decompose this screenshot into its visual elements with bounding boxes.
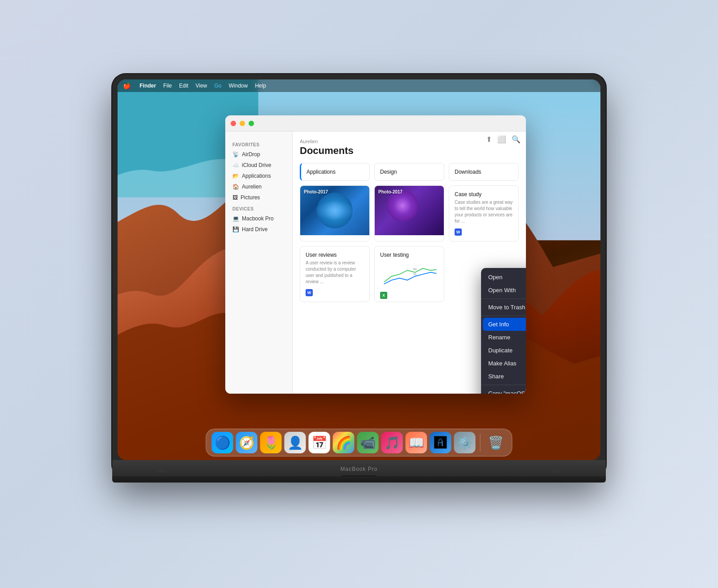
laptop-icon: 💻 [232, 215, 239, 222]
context-open[interactable]: Open [481, 271, 526, 284]
sidebar-item-applications[interactable]: 📂 Applications [225, 171, 292, 181]
menu-go[interactable]: Go [215, 83, 222, 89]
photo1-label: Photo-2017 [304, 189, 328, 194]
sidebar-item-icloud[interactable]: ☁️ iCloud Drive [225, 160, 292, 171]
user-reviews-label: User reviews [306, 252, 364, 258]
macbook-base-bottom [112, 476, 606, 483]
user-testing-badge: X [380, 292, 387, 299]
separator-3 [481, 385, 526, 385]
macbook-body: 🍎 Finder File Edit View Go Window Help [112, 74, 606, 478]
dock-photos2[interactable]: 🌈 [333, 432, 355, 453]
dock: 🔵 🧭 🌷 👤 📅 🌈 📹 🎵 📖 🅰 ⚙️ 🗑️ [206, 429, 512, 456]
screen: 🍎 Finder File Edit View Go Window Help [118, 79, 600, 460]
case-study-badge: W [455, 228, 462, 236]
harddrive-icon: 💾 [232, 226, 239, 233]
devices-section-label: DEVICES [225, 203, 292, 213]
favorites-section-label: FAVORITES [225, 139, 292, 149]
dock-photos-app[interactable]: 🌷 [260, 432, 282, 453]
macbook-container: 🍎 Finder File Edit View Go Window Help [90, 47, 628, 541]
dock-trash[interactable]: 🗑️ [485, 432, 507, 453]
apple-logo: 🍎 [123, 82, 131, 89]
grid-item-user-testing[interactable]: User testing 94 21 X [374, 246, 444, 302]
screen-icon[interactable]: ⬜ [497, 135, 506, 144]
menu-window[interactable]: Window [229, 83, 248, 89]
photo1-image: Photo-2017 [300, 186, 369, 235]
design-label: Design [380, 169, 438, 175]
photo2-label: Photo-2017 [378, 189, 403, 194]
applications-icon: 📂 [232, 173, 239, 179]
applications-label: Applications [306, 169, 364, 175]
dock-appstore[interactable]: 🅰 [430, 432, 451, 453]
sidebar-item-pictures[interactable]: 🖼 Pictures [225, 192, 292, 203]
share-icon[interactable]: ⬆ [486, 135, 492, 144]
close-button[interactable] [231, 121, 236, 126]
dock-music[interactable]: 🎵 [381, 432, 403, 453]
user-icon: 🏠 [232, 184, 239, 190]
downloads-label: Downloads [455, 169, 513, 175]
finder-sidebar: FAVORITES 📡 AirDrop ☁️ iCloud Drive 📂 [225, 132, 293, 394]
separator-1 [481, 298, 526, 299]
finder-toolbar: ⬆ ⬜ 🔍 [486, 132, 521, 147]
search-icon[interactable]: 🔍 [512, 135, 521, 144]
grid-item-photo1[interactable]: Photo-2017 [300, 185, 370, 241]
dock-separator [480, 434, 481, 452]
dock-settings[interactable]: ⚙️ [454, 432, 476, 453]
airdrop-icon: 📡 [232, 151, 239, 158]
user-reviews-badge: W [306, 289, 313, 296]
macbook-base: MacBook Pro [112, 460, 606, 478]
menu-help[interactable]: Help [255, 83, 266, 89]
finder-titlebar [225, 115, 526, 132]
pictures-icon: 🖼 [232, 194, 238, 201]
svg-text:94: 94 [413, 268, 417, 271]
separator-2 [481, 316, 526, 316]
dock-safari[interactable]: 🧭 [236, 432, 258, 453]
user-reviews-desc: A user review is a review conducted by a… [306, 260, 364, 285]
finder-window: ⬆ ⬜ 🔍 FAVORITES 📡 AirDrop [225, 115, 526, 394]
dock-books[interactable]: 📖 [406, 432, 427, 453]
grid-item-downloads[interactable]: Downloads [449, 163, 519, 181]
grid-item-user-reviews[interactable]: User reviews A user review is a review c… [300, 246, 370, 302]
context-copy[interactable]: Copy "macOS UI Kit" [481, 387, 526, 394]
minimize-button[interactable] [240, 121, 245, 126]
screen-bezel: 🍎 Finder File Edit View Go Window Help [118, 79, 600, 460]
menu-finder[interactable]: Finder [140, 83, 156, 89]
connector-right [552, 469, 561, 473]
sidebar-item-airdrop[interactable]: 📡 AirDrop [225, 149, 292, 160]
photo2-image: Photo-2017 [375, 186, 444, 235]
context-open-with[interactable]: Open With › [481, 284, 526, 297]
maximize-button[interactable] [249, 121, 254, 126]
case-study-label: Case study [455, 191, 513, 197]
grid-item-design[interactable]: Design [374, 163, 444, 181]
context-move-trash[interactable]: Move to Trash [481, 301, 526, 314]
menu-bar: 🍎 Finder File Edit View Go Window Help [118, 79, 600, 92]
context-menu: Open Open With › Move to Trash Get Info [481, 268, 526, 394]
connector-left [157, 469, 166, 473]
dock-contacts[interactable]: 👤 [285, 432, 306, 453]
grid-item-case-study[interactable]: Case study Case studies are a great way … [449, 185, 519, 241]
context-get-info[interactable]: Get Info [483, 318, 526, 331]
dock-calendar[interactable]: 📅 [309, 432, 330, 453]
sidebar-item-aurelien[interactable]: 🏠 Aurelien [225, 181, 292, 192]
context-make-alias[interactable]: Make Alias [481, 357, 526, 370]
grid-item-applications[interactable]: Applications [300, 163, 370, 181]
icloud-icon: ☁️ [232, 162, 239, 168]
user-testing-label: User testing [380, 252, 438, 258]
context-rename[interactable]: Rename [481, 331, 526, 344]
menu-view[interactable]: View [196, 83, 207, 89]
dock-facetime[interactable]: 📹 [357, 432, 379, 453]
sidebar-item-harddrive[interactable]: 💾 Hard Drive [225, 224, 292, 235]
user-testing-chart: 94 21 X [380, 261, 438, 288]
sidebar-item-macbook[interactable]: 💻 Macbook Pro [225, 213, 292, 224]
context-duplicate[interactable]: Duplicate [481, 344, 526, 357]
menu-edit[interactable]: Edit [179, 83, 188, 89]
context-share[interactable]: Share › [481, 370, 526, 383]
case-study-desc: Case studies are a great way to tell the… [455, 199, 513, 224]
macbook-label: MacBook Pro [340, 466, 377, 472]
svg-text:21: 21 [413, 272, 417, 276]
grid-item-photo2[interactable]: Photo-2017 [374, 185, 444, 241]
menu-file[interactable]: File [163, 83, 172, 89]
dock-finder[interactable]: 🔵 [212, 432, 233, 453]
